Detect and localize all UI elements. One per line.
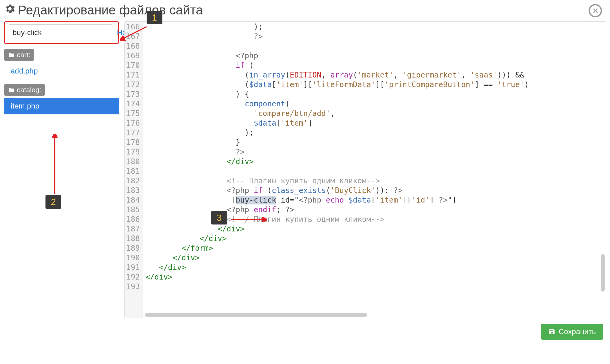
close-icon: ✕ [592, 6, 598, 15]
close-button[interactable]: ✕ [589, 4, 602, 17]
code-editor[interactable]: 1661671681691701711721731741751761771781… [124, 21, 606, 318]
save-button[interactable]: Сохранить [541, 324, 603, 340]
folder-label: cart: [17, 51, 30, 59]
search-input[interactable] [8, 24, 113, 41]
annotation-1: 1 [147, 11, 162, 24]
horizontal-scrollbar[interactable] [145, 313, 367, 317]
folder-group-catalog: catalog: item.php [4, 84, 119, 114]
folder-group-cart: cart: add.php [4, 49, 119, 79]
search-row: Найти [4, 21, 119, 44]
arrow-1 [120, 24, 149, 43]
dialog-footer: Сохранить [0, 318, 610, 345]
file-sidebar: Найти cart: add.php catalog: item.php [4, 21, 119, 318]
folder-icon [8, 52, 15, 58]
folder-label: catalog: [17, 86, 41, 94]
dialog-header: Редактирование файлов сайта ✕ [0, 0, 610, 21]
line-gutter: 1661671681691701711721731741751761771781… [125, 22, 143, 318]
folder-badge[interactable]: catalog: [4, 84, 45, 96]
page-title: Редактирование файлов сайта [18, 3, 203, 17]
gears-icon [4, 3, 16, 17]
save-label: Сохранить [559, 327, 596, 336]
svg-line-0 [123, 27, 147, 39]
annotation-2: 2 [45, 195, 61, 209]
folder-icon [8, 87, 15, 93]
vertical-scrollbar[interactable] [601, 254, 605, 292]
save-icon [548, 328, 555, 335]
file-item-add-php[interactable]: add.php [4, 63, 119, 79]
arrow-3 [230, 217, 267, 222]
file-item-item-php[interactable]: item.php [4, 98, 119, 114]
annotation-3: 3 [211, 211, 227, 224]
arrow-2 [52, 134, 58, 195]
folder-badge[interactable]: cart: [4, 49, 34, 61]
code-area[interactable]: ); ?> <?php if ( (in_array(EDITION, arra… [143, 22, 606, 318]
